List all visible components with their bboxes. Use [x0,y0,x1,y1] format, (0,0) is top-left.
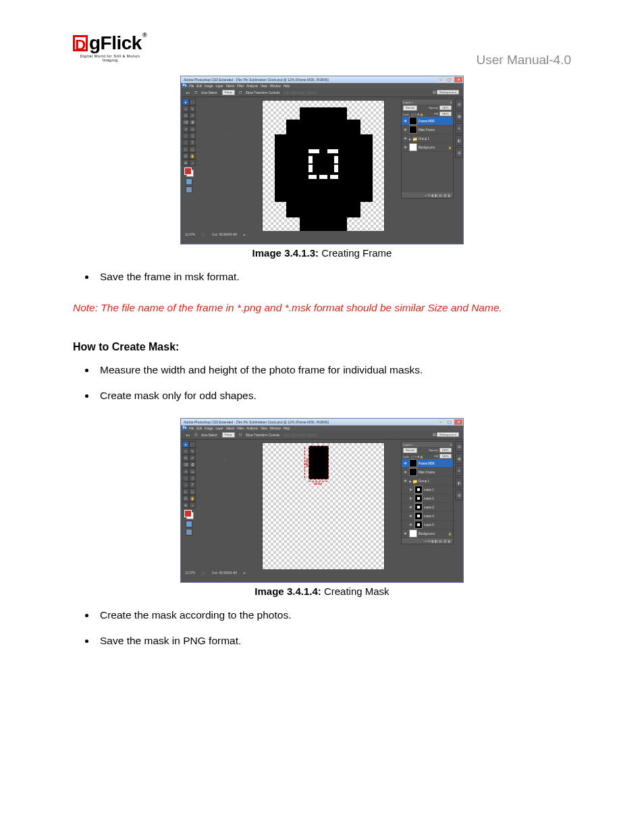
photoshop-screenshot-mask: Adobe Photoshop CS3 Extended - [Ten Pic … [180,418,464,583]
ps-side-tabs: ▤▦A ◧▥ [455,99,463,159]
layer-main-frame: Main Frame [419,128,435,132]
note-text: Note: The file name of the frame in *.pn… [73,302,571,314]
minimize-icon: – [437,419,445,425]
layer-mask-4: mask-4 [424,515,434,518]
document-page: D gFlick ® Digital World for Still & Mot… [0,0,644,834]
menu-select: Select [226,84,235,88]
layers-tab: Layers × [403,101,413,104]
menu-layer: Layer [216,84,223,88]
menu-image: Image [205,84,213,88]
logo: D gFlick ® Digital World for Still & Mot… [73,34,147,62]
logo-d: D [73,35,88,51]
close-icon: ✕ [454,77,462,82]
close-icon: ✕ [454,419,462,425]
layer-background: Background [419,146,435,149]
page-header: D gFlick ® Digital World for Still & Mot… [73,34,571,68]
dim-height: Height [304,447,309,478]
opt-show-transform: Show Transform Controls [246,91,280,95]
menu-view: View [261,84,267,88]
dim-width: Width [308,481,327,486]
bullet-list-3: Create the mask according to the photos.… [73,609,571,647]
bullet-save-png: Save the mask in PNG format. [96,635,571,647]
logo-reg: ® [142,32,146,38]
menu-help: Help [284,84,290,88]
status-zoom: 12.47% [185,233,195,236]
layer-background: Background [419,532,435,536]
opt-group-dropdown: Group [222,90,235,95]
menu-filter: Filter [237,84,244,88]
layer-mask-3: mask-3 [424,506,434,509]
ps-menubar-2: FileEditImageLayerSelectFilterAnalysisVi… [181,425,463,431]
layer-frame-msk: Frame MSK [419,462,435,465]
ps-canvas-2: Height Width [262,442,385,572]
opt-autoselect: Auto-Select: [201,91,218,95]
ps-layers-panel-2: Layers ×▾ Normal Opacity: 100% Lock: ▢ ✎… [401,441,454,546]
logo-text: gFlick [89,34,142,53]
layer-group1: Group 1 [419,479,429,483]
ps-options-bar: ▸▹ ☐Auto-Select: Group ☐Show Transform C… [181,88,463,97]
menu-window: Window [270,84,281,88]
caption-1: Image 3.4.1.3: Creating Frame [73,247,571,259]
cursor-icon: ⇖ [221,456,226,462]
ps-toolbox-2: ▸⬚ ⊹✎ ⊡✐ ⌫⦿ ⎚▭ ◌⬯ ♢T ▷⬠ ☊✋ ⊕⌕ [182,441,196,536]
ps-status-bar-2: 12.47%⬚Doc: 98.9M/94.4M▸ [181,569,463,576]
layer-group1: Group 1 [419,137,429,140]
ps-side-tabs-2: ▤▦A ◧▥ [455,441,463,502]
photoshop-screenshot-frame: Adobe Photoshop CS3 Extended - [Ten Pic … [180,76,464,244]
bullet-create-mask: Create the mask according to the photos. [96,609,571,621]
ps-titlebar-2: Adobe Photoshop CS3 Extended - [Ten Pic … [181,419,463,425]
section-heading: How to Create Mask: [73,341,571,353]
ps-menubar: File Edit Image Layer Select Filter Anal… [181,83,463,88]
layer-mask-5: mask-5 [424,523,434,527]
menu-file: File [189,84,194,88]
ps-title-2: Adobe Photoshop CS3 Extended - [Ten Pic … [184,420,329,424]
status-doc: Doc: 98.9M/94.4M [212,233,237,236]
bullet-list-2: Measure the width and height of the phot… [73,364,571,402]
layers-footer: ➳ fx ◐ ◧ ▤ ▥ 🗑 [402,192,453,198]
layer-frame-msk: Frame MSK [419,120,435,123]
logo-subtitle: Digital World for Still & Motion Imaging [73,54,147,62]
opt-workspace: Workspaces ▾ [437,90,459,95]
ps-app-icon: Ps [182,425,187,430]
manual-title: User Manual-4.0 [477,53,571,68]
ps-title: Adobe Photoshop CS3 Extended - [Ten Pic … [184,78,329,82]
layer-mask-2: mask-2 [424,497,434,500]
ps-status-bar: 12.47% ⬚ Doc: 98.9M/94.4M ▸ [181,231,463,238]
ps-app-icon: Ps [182,83,187,88]
cursor-icon: ⇖ [227,131,232,137]
bullet-save-msk: Save the frame in msk format. [96,271,571,283]
ps-toolbox: ▸⬚ ⊹✎ ⊡✐ ⌫⦿ ⎚▭ ◌⬯ ♢T ▷⬠ ☊✋ ⊕⌕ [182,99,196,193]
caption-2: Image 3.4.1.4: Creating Mask [73,585,571,597]
menu-analysis: Analysis [246,84,258,88]
layer-mask-1: mask-1 [424,488,434,492]
ps-titlebar: Adobe Photoshop CS3 Extended - [Ten Pic … [181,76,463,83]
bullet-list-1: Save the frame in msk format. [73,271,571,283]
ps-layers-panel: Layers ×▾ Normal Opacity: 100% Lock: ▢ ✎… [401,99,454,200]
bullet-measure: Measure the width and height of the phot… [96,364,571,376]
ps-canvas [262,100,385,236]
maximize-icon: ▢ [446,77,454,82]
minimize-icon: – [437,77,445,82]
blend-mode: Normal [403,105,417,111]
menu-edit: Edit [196,84,202,88]
maximize-icon: ▢ [446,419,454,425]
ps-options-bar-2: ▸▹ ☐Auto-Select: Group ☐Show Transform C… [181,431,463,440]
layer-main-frame: Main Frame [419,471,435,474]
bullet-odd-shapes: Create mask only for odd shapes. [96,390,571,402]
